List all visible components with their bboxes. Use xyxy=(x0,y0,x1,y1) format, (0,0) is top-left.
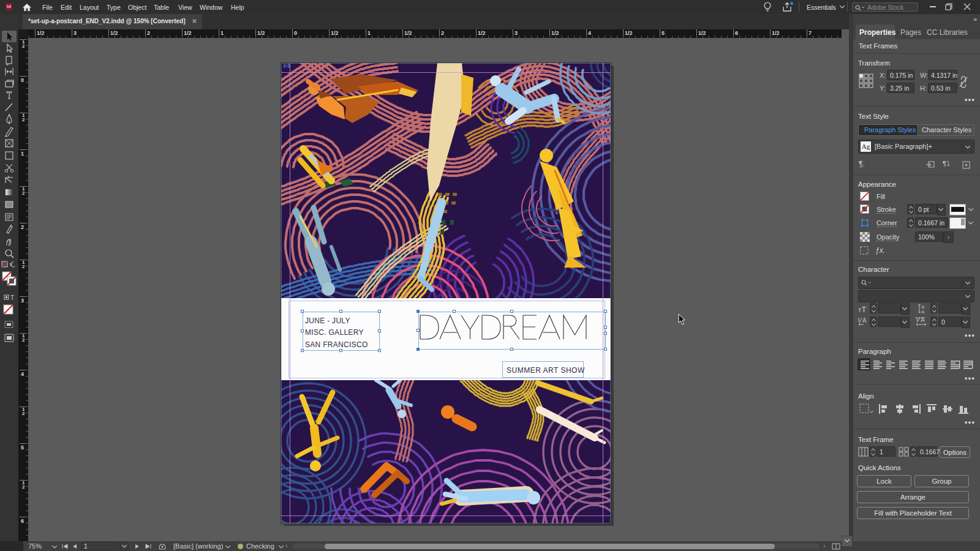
svg-text:T: T xyxy=(10,294,14,301)
svg-text:A: A xyxy=(921,309,925,314)
svg-text:A: A xyxy=(862,317,867,324)
svg-text:V: V xyxy=(858,317,862,324)
